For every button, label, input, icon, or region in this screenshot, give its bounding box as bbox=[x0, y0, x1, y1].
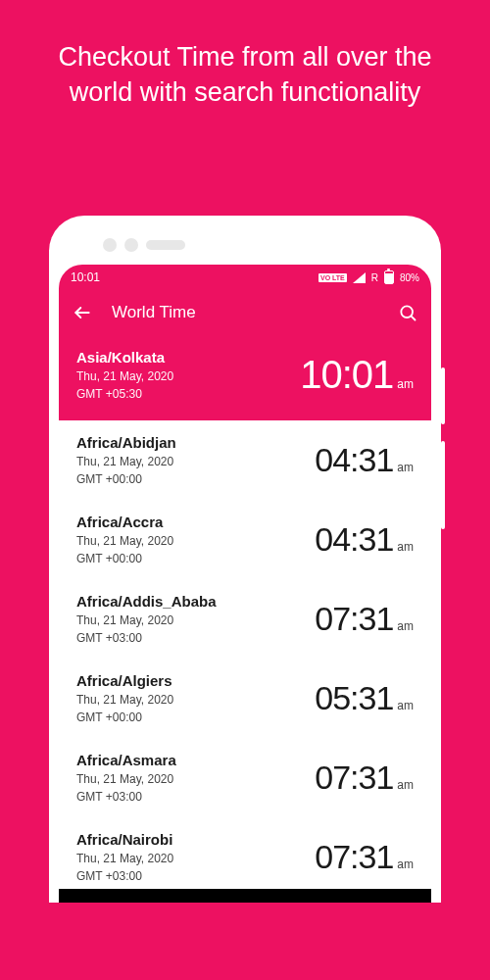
timezone-name: Asia/Kolkata bbox=[76, 349, 173, 366]
time-value: 04:31 bbox=[315, 441, 393, 479]
timezone-row[interactable]: Africa/Accra Thu, 21 May, 2020 GMT +00:0… bbox=[59, 500, 431, 579]
time-value: 10:01 bbox=[300, 353, 393, 397]
timezone-name: Africa/Abidjan bbox=[76, 434, 176, 451]
timezone-time: 04:31 am bbox=[315, 441, 414, 479]
timezone-name: Africa/Addis_Ababa bbox=[76, 593, 217, 610]
timezone-name: Africa/Nairobi bbox=[76, 831, 173, 848]
time-value: 04:31 bbox=[315, 520, 393, 559]
timezone-date: Thu, 21 May, 2020 bbox=[76, 455, 176, 468]
timezone-gmt: GMT +00:00 bbox=[76, 472, 176, 486]
time-ampm: am bbox=[397, 778, 414, 792]
phone-side-button bbox=[441, 368, 445, 424]
timezone-date: Thu, 21 May, 2020 bbox=[76, 534, 173, 548]
battery-label: 80% bbox=[400, 272, 419, 283]
timezone-date: Thu, 21 May, 2020 bbox=[76, 369, 173, 383]
timezone-gmt: GMT +00:00 bbox=[76, 710, 173, 724]
timezone-gmt: GMT +05:30 bbox=[76, 387, 173, 401]
timezone-date: Thu, 21 May, 2020 bbox=[76, 772, 176, 786]
timezone-gmt: GMT +00:00 bbox=[76, 552, 173, 565]
camera-dot-icon bbox=[103, 238, 117, 252]
time-ampm: am bbox=[397, 858, 414, 871]
speaker-icon bbox=[146, 240, 185, 250]
phone-frame: 10:01 VO LTE R 80% World Time Asia/Kolka… bbox=[49, 216, 441, 903]
time-ampm: am bbox=[397, 540, 414, 554]
app-bar: World Time bbox=[59, 290, 431, 335]
status-bar: 10:01 VO LTE R 80% bbox=[59, 265, 431, 290]
phone-screen: 10:01 VO LTE R 80% World Time Asia/Kolka… bbox=[59, 265, 431, 903]
timezone-row[interactable]: Africa/Asmara Thu, 21 May, 2020 GMT +03:… bbox=[59, 738, 431, 817]
timezone-date: Thu, 21 May, 2020 bbox=[76, 852, 173, 865]
app-bar-title: World Time bbox=[112, 303, 378, 322]
timezone-name: Africa/Accra bbox=[76, 514, 173, 530]
timezone-row[interactable]: Africa/Nairobi Thu, 21 May, 2020 GMT +03… bbox=[59, 817, 431, 889]
volte-icon: VO LTE bbox=[318, 273, 347, 282]
time-ampm: am bbox=[397, 377, 414, 391]
timezone-time: 04:31 am bbox=[315, 520, 414, 559]
phone-earpiece bbox=[59, 225, 431, 265]
promo-headline: Checkout Time from all over the world wi… bbox=[0, 0, 490, 111]
back-arrow-icon[interactable] bbox=[73, 303, 92, 322]
current-timezone-card[interactable]: Asia/Kolkata Thu, 21 May, 2020 GMT +05:3… bbox=[59, 335, 431, 420]
timezone-time: 07:31 am bbox=[315, 759, 414, 797]
status-time: 10:01 bbox=[71, 270, 100, 284]
time-value: 07:31 bbox=[315, 759, 393, 797]
timezone-row[interactable]: Africa/Addis_Ababa Thu, 21 May, 2020 GMT… bbox=[59, 579, 431, 659]
android-nav-bar bbox=[59, 889, 431, 903]
time-ampm: am bbox=[397, 699, 414, 712]
battery-icon bbox=[384, 270, 394, 284]
timezone-name: Africa/Asmara bbox=[76, 752, 176, 768]
timezone-gmt: GMT +03:00 bbox=[76, 869, 173, 883]
sensor-dot-icon bbox=[124, 238, 138, 252]
timezone-row[interactable]: Africa/Abidjan Thu, 21 May, 2020 GMT +00… bbox=[59, 420, 431, 500]
timezone-date: Thu, 21 May, 2020 bbox=[76, 693, 173, 707]
svg-line-2 bbox=[411, 316, 415, 319]
timezone-time: 10:01 am bbox=[300, 353, 414, 397]
timezone-name: Africa/Algiers bbox=[76, 672, 173, 689]
timezone-time: 07:31 am bbox=[315, 838, 414, 876]
timezone-gmt: GMT +03:00 bbox=[76, 790, 176, 804]
timezone-gmt: GMT +03:00 bbox=[76, 631, 217, 645]
time-ampm: am bbox=[397, 619, 414, 633]
search-icon[interactable] bbox=[398, 303, 417, 322]
timezone-row[interactable]: Africa/Algiers Thu, 21 May, 2020 GMT +00… bbox=[59, 659, 431, 738]
signal-icon bbox=[353, 272, 366, 283]
timezone-time: 05:31 am bbox=[315, 679, 414, 717]
time-value: 07:31 bbox=[315, 838, 393, 876]
roaming-label: R bbox=[371, 272, 378, 283]
timezone-time: 07:31 am bbox=[315, 600, 414, 638]
timezone-date: Thu, 21 May, 2020 bbox=[76, 613, 217, 627]
time-value: 05:31 bbox=[315, 679, 393, 717]
time-ampm: am bbox=[397, 461, 414, 474]
time-value: 07:31 bbox=[315, 600, 393, 638]
phone-side-button bbox=[441, 441, 445, 529]
